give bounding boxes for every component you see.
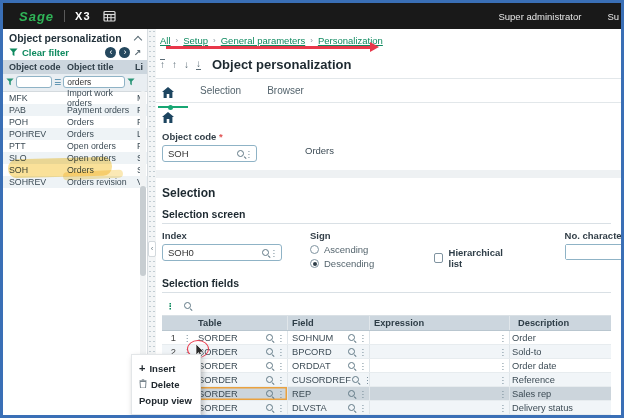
cell-kebab-icon[interactable]: ⋮ [277, 348, 286, 356]
list-item[interactable]: SLOOpen ordersS [3, 152, 147, 164]
field-actions-kebab-icon[interactable]: ⋮ [245, 150, 254, 158]
hierarchical-list-checkbox-group[interactable]: Hierarchical list [434, 246, 504, 269]
list-item[interactable]: PTTOpen ordersP [3, 140, 147, 152]
previous-record-icon[interactable]: ↑ [172, 60, 177, 70]
breadcrumb-personalization[interactable]: Personalization [318, 35, 383, 46]
column-header-object-title[interactable]: Object title [67, 62, 135, 72]
column-header-object-code[interactable]: Object code [9, 62, 67, 72]
cell-kebab-icon[interactable]: ⋮ [499, 334, 508, 342]
cell-kebab-icon[interactable]: ⋮ [499, 376, 508, 384]
collapse-panel-icon[interactable] [134, 35, 142, 43]
table-row[interactable]: 4 ⋮ SORDER⋮ CUSORDREF⋮ ⋮ Reference [162, 373, 611, 387]
cell-kebab-icon[interactable]: ⋮ [499, 348, 508, 356]
column-header-expression[interactable]: Expression [370, 316, 510, 330]
lookup-icon[interactable] [265, 403, 275, 413]
list-item[interactable]: MFKImport work ordersM [3, 92, 147, 104]
cell-kebab-icon[interactable]: ⋮ [359, 390, 368, 398]
clear-filter-icon[interactable] [9, 48, 18, 57]
user-menu[interactable]: Super administrator [498, 11, 581, 22]
list-item[interactable]: POHREVOrdersL [3, 128, 147, 140]
cell-kebab-icon[interactable]: ⋮ [277, 334, 286, 342]
cell-kebab-icon[interactable]: ⋮ [277, 362, 286, 370]
cell-kebab-icon[interactable]: ⋮ [277, 390, 286, 398]
context-menu-delete[interactable]: Delete [139, 376, 194, 392]
radio-ascending-icon[interactable] [310, 245, 319, 254]
lookup-icon[interactable] [265, 361, 275, 371]
checkbox-icon[interactable] [434, 253, 442, 263]
lookup-icon[interactable] [347, 347, 357, 357]
lookup-icon[interactable] [265, 375, 275, 385]
cell-kebab-icon[interactable]: ⋮ [359, 334, 368, 342]
list-item[interactable]: PABPayment ordersP [3, 104, 147, 116]
filter-operator-icon[interactable]: ☰ [54, 78, 61, 87]
sage-logo[interactable]: Sage [19, 9, 54, 24]
no-characters-input[interactable] [566, 245, 621, 259]
lookup-icon[interactable] [347, 361, 357, 371]
list-item[interactable]: SOHREVOrders revisionV [3, 176, 147, 188]
table-row[interactable]: 1 ⋮ SORDER⋮ SOHNUM⋮ ⋮ Order [162, 331, 611, 345]
lookup-icon[interactable] [347, 403, 357, 413]
cell-kebab-icon[interactable]: ⋮ [359, 348, 368, 356]
list-item-soh-highlighted[interactable]: SOHOrdersS [3, 164, 147, 176]
context-menu-popup-view[interactable]: Popup view [139, 392, 194, 408]
filter-icon[interactable] [127, 78, 135, 86]
radio-descending[interactable]: Descending [310, 258, 374, 269]
field-actions-kebab-icon[interactable]: ⋮ [270, 249, 279, 257]
cell-kebab-icon[interactable]: ⋮ [359, 362, 368, 370]
table-header-row: Table Field Expression Description [162, 316, 611, 331]
lookup-icon[interactable] [351, 375, 361, 385]
table-row[interactable]: 3 ⋮ SORDER⋮ ORDDAT⋮ ⋮ Order date [162, 359, 611, 373]
grid-actions-kebab-icon[interactable]: ⋮ [166, 302, 175, 310]
lookup-icon[interactable] [265, 333, 275, 343]
lookup-icon[interactable] [261, 248, 269, 258]
clipped-menu-item[interactable]: Su [607, 11, 619, 22]
filter-object-code-input[interactable] [16, 76, 52, 88]
tab-browser[interactable]: Browser [267, 84, 304, 96]
cell-kebab-icon[interactable]: ⋮ [499, 390, 508, 398]
breadcrumb-setup[interactable]: Setup [183, 35, 208, 46]
row-actions-kebab-icon[interactable]: ⋮ [183, 333, 192, 343]
tab-selection[interactable]: Selection [200, 84, 241, 96]
table-row-selected[interactable]: 5 ⋮ SORDER⋮ REP⋮ ⋮ Sales rep [162, 387, 611, 401]
breadcrumb-general-parameters[interactable]: General parameters [221, 35, 305, 46]
table-row[interactable]: 2 ⋮ SORDER⋮ BPCORD⋮ ⋮ Sold-to [162, 345, 611, 359]
column-header-clipped[interactable]: Li [135, 62, 147, 72]
list-item[interactable]: POHOrdersP [3, 116, 147, 128]
first-record-icon[interactable]: ↑ [160, 59, 165, 70]
index-input[interactable] [168, 247, 261, 258]
tab-home[interactable] [162, 84, 174, 108]
prev-page-button[interactable]: ‹ [105, 47, 116, 58]
table-row[interactable]: 6 ⋮ SORDER⋮ DLVSTA⋮ ⋮ Delivery status [162, 401, 611, 415]
next-record-icon[interactable]: ↓ [184, 60, 189, 70]
lookup-icon[interactable] [265, 389, 275, 399]
expand-panel-icon[interactable]: ↗ [133, 48, 141, 58]
cell-kebab-icon[interactable]: ⋮ [277, 376, 286, 384]
no-characters-field-group: No. characters [565, 230, 621, 269]
cell-kebab-icon[interactable]: ⋮ [499, 404, 508, 412]
cell-kebab-icon[interactable]: ⋮ [499, 362, 508, 370]
filter-icon[interactable] [6, 78, 14, 86]
column-header-field[interactable]: Field [288, 316, 370, 330]
column-header-table[interactable]: Table [194, 316, 288, 330]
object-code-input[interactable] [168, 148, 236, 159]
cell-kebab-icon[interactable]: ⋮ [359, 404, 368, 412]
filter-object-title-input[interactable] [63, 76, 125, 88]
breadcrumb-all[interactable]: All [160, 35, 171, 46]
section-anchor-home-icon[interactable] [162, 109, 621, 127]
clear-filter-button[interactable]: Clear filter [22, 47, 69, 58]
collapse-sidebar-handle[interactable]: ‹ [148, 241, 156, 257]
radio-ascending[interactable]: Ascending [310, 244, 374, 255]
column-header-description[interactable]: Description [510, 316, 611, 330]
last-record-icon[interactable]: ↓ [196, 59, 201, 70]
cell-kebab-icon[interactable]: ⋮ [277, 404, 286, 412]
lookup-icon[interactable] [347, 333, 357, 343]
lookup-icon[interactable] [236, 149, 244, 159]
lookup-icon[interactable] [265, 347, 275, 357]
radio-descending-icon[interactable] [310, 259, 319, 268]
grid-search-icon[interactable] [183, 301, 193, 311]
lookup-icon[interactable] [347, 389, 357, 399]
context-menu-insert[interactable]: + Insert [139, 360, 194, 376]
calendar-icon[interactable] [103, 10, 116, 22]
product-name[interactable]: X3 [75, 10, 90, 22]
next-page-button[interactable]: › [119, 47, 130, 58]
